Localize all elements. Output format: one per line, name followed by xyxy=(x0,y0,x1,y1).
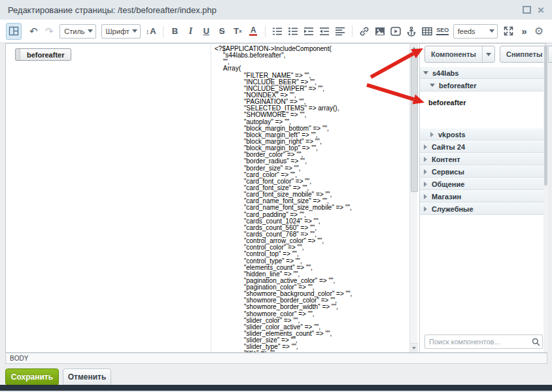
code-line: "card_name_font_size_mobile" => "", xyxy=(215,204,409,211)
search-input[interactable] xyxy=(425,338,529,346)
text-color-button[interactable]: A xyxy=(246,24,260,39)
chevron-right-icon xyxy=(424,194,427,199)
redo-button[interactable]: ↷ xyxy=(42,24,56,39)
video-button[interactable] xyxy=(388,24,403,39)
code-line: "title" => "", xyxy=(215,350,409,352)
chevron-down-icon xyxy=(129,29,140,33)
scrollbar-thumb[interactable] xyxy=(411,54,418,192)
editor-region: beforeafter <?$APPLICATION->IncludeCompo… xyxy=(5,43,547,353)
indent-button[interactable] xyxy=(302,24,316,39)
align-left-icon xyxy=(335,26,345,37)
chevron-down-icon[interactable] xyxy=(548,46,552,62)
italic-button[interactable]: I xyxy=(183,24,198,39)
underline-button[interactable]: U xyxy=(199,24,213,39)
components-button[interactable]: Компоненты xyxy=(424,46,495,63)
unordered-list-button[interactable] xyxy=(286,24,300,39)
table-button[interactable] xyxy=(420,24,434,39)
link-button[interactable] xyxy=(357,24,371,39)
seo-button[interactable]: SEO xyxy=(436,24,450,39)
font-dropdown[interactable]: Шрифт xyxy=(101,24,141,39)
image-button[interactable] xyxy=(373,24,387,39)
search-icon xyxy=(532,338,540,346)
bottom-dark-bar xyxy=(0,385,552,391)
undo-button[interactable]: ↶ xyxy=(26,24,41,39)
outdent-icon xyxy=(319,26,330,37)
blocks-panel-toggle-button[interactable] xyxy=(6,23,22,40)
sidebar-scrollbar[interactable] xyxy=(543,44,548,352)
code-line: "", xyxy=(215,59,409,65)
chevron-down-icon xyxy=(487,29,497,33)
ordered-list-icon xyxy=(272,26,283,37)
code-scrollbar[interactable] xyxy=(409,44,417,352)
source-code-panel[interactable]: <?$APPLICATION->IncludeComponent("s44lab… xyxy=(211,44,409,352)
table-icon xyxy=(422,27,432,36)
toolbar-separator xyxy=(265,25,266,37)
arrow-up-icon xyxy=(412,47,416,50)
clear-format-button[interactable]: Tx xyxy=(230,24,245,39)
components-sidebar: Компоненты Сниппеты s44labs beforeafter xyxy=(419,44,548,352)
toolbar-separator xyxy=(163,25,164,37)
link-icon xyxy=(359,26,370,37)
editor-toolbar: ↶ ↷ Стиль Шрифт ↕ A B I U S Tx A xyxy=(0,20,552,43)
seo-icon: SEO xyxy=(436,27,449,35)
anchor-icon xyxy=(406,26,417,37)
path-item-body[interactable]: BODY xyxy=(10,355,28,362)
anchor-button[interactable] xyxy=(404,24,419,39)
component-widget-beforeafter[interactable]: beforeafter xyxy=(15,48,71,61)
chevron-right-icon xyxy=(424,182,427,187)
tree-group-content[interactable]: Контент xyxy=(420,153,548,165)
video-icon xyxy=(390,27,401,36)
maximize-button[interactable] xyxy=(519,0,534,20)
search-button[interactable] xyxy=(529,338,542,346)
strikethrough-button[interactable]: S xyxy=(215,24,229,39)
scrollbar-thumb[interactable] xyxy=(544,45,547,186)
scroll-up-button[interactable] xyxy=(410,44,418,53)
visual-editor-panel[interactable]: beforeafter xyxy=(6,44,211,352)
more-tools-button[interactable]: » xyxy=(517,24,531,39)
save-button[interactable]: Сохранить xyxy=(5,368,59,385)
fullscreen-button[interactable] xyxy=(501,24,515,39)
tree-group-utility[interactable]: Служебные xyxy=(420,203,548,215)
bold-button[interactable]: B xyxy=(167,24,182,39)
code-editor[interactable]: <?$APPLICATION->IncludeComponent("s44lab… xyxy=(211,44,409,352)
tree-group-sites24[interactable]: Сайты 24 xyxy=(420,140,548,153)
redo-icon: ↷ xyxy=(45,26,54,36)
indent-icon xyxy=(303,26,314,37)
outdent-button[interactable] xyxy=(317,24,332,39)
font-size-button[interactable]: ↕ A xyxy=(144,24,158,39)
chevron-down-icon[interactable] xyxy=(482,46,494,62)
tree-group-communication[interactable]: Общение xyxy=(420,178,548,190)
chevron-down-icon xyxy=(85,29,95,33)
components-tree: s44labs beforeafter beforeafter vkposts … xyxy=(420,67,548,215)
text-color-icon: A xyxy=(247,27,260,36)
tree-group-store[interactable]: Магазин xyxy=(420,190,548,203)
gear-icon: ⚙ xyxy=(534,25,543,37)
image-icon xyxy=(375,27,385,36)
close-button[interactable]: × xyxy=(534,0,548,20)
ordered-list-button[interactable] xyxy=(270,24,285,39)
chevron-down-icon xyxy=(423,71,428,74)
tree-group-vkposts[interactable]: vkposts xyxy=(420,128,548,140)
style-dropdown[interactable]: Стиль xyxy=(60,24,95,39)
layout-blocks-icon xyxy=(9,26,19,36)
code-line: "s44labs.beforeafter", xyxy=(215,52,409,59)
chevron-right-icon xyxy=(424,169,427,174)
page-title: Редактирование страницы: /test/beforeaft… xyxy=(0,5,216,15)
scroll-down-button[interactable] xyxy=(410,343,418,352)
cancel-button[interactable]: Отменить xyxy=(63,368,111,385)
component-item-beforeafter[interactable]: beforeafter xyxy=(420,91,548,106)
align-button[interactable] xyxy=(333,24,347,39)
chevron-right-icon xyxy=(424,157,427,162)
settings-button[interactable]: ⚙ xyxy=(532,24,546,39)
feeds-dropdown[interactable]: feeds xyxy=(453,24,498,39)
double-chevron-icon: » xyxy=(521,25,526,37)
toolbar-separator xyxy=(352,25,353,37)
component-search xyxy=(424,335,543,349)
undo-icon: ↶ xyxy=(29,26,38,36)
tree-group-s44labs[interactable]: s44labs xyxy=(420,67,548,79)
dialog-titlebar: Редактирование страницы: /test/beforeaft… xyxy=(0,0,552,20)
tree-group-beforeafter[interactable]: beforeafter xyxy=(420,79,548,91)
tree-group-services[interactable]: Сервисы xyxy=(420,165,548,178)
drag-handle-icon[interactable] xyxy=(16,49,20,60)
element-path-bar[interactable]: BODY xyxy=(5,353,547,364)
